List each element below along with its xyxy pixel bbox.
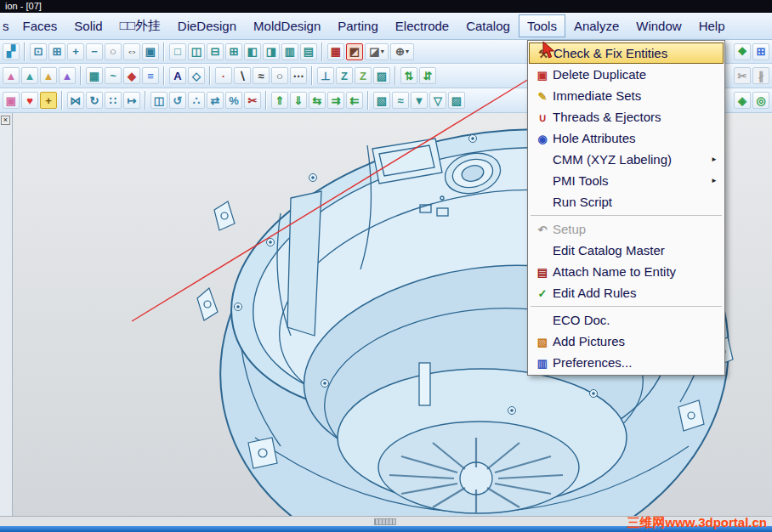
menu-item-molddesign[interactable]: MoldDesign (245, 14, 329, 37)
rotate-icon[interactable]: ↻ (86, 92, 103, 109)
pattern-icon[interactable]: ∷ (105, 92, 122, 109)
menu-edit-catalog-master[interactable]: Edit Catalog Master (529, 240, 724, 261)
icon-glyph: ◆ (128, 71, 136, 82)
array-icon[interactable]: ∴ (188, 92, 205, 109)
line-tool-icon[interactable]: ∖ (234, 67, 251, 84)
flip-down-icon[interactable]: ⇓ (290, 92, 307, 109)
uv-swap-icon[interactable]: ⇅ (400, 67, 417, 84)
menu-pmi-tools[interactable]: PMI Tools (529, 170, 724, 191)
menu-item-solid[interactable]: Solid (65, 14, 111, 37)
text-tool-icon[interactable]: A (169, 67, 186, 84)
offset-surface-icon[interactable]: ≈ (392, 92, 409, 109)
project-up-icon[interactable]: ▽ (429, 92, 446, 109)
clipboard-icon[interactable]: ▣ (3, 92, 20, 109)
project-down-icon[interactable]: ▼ (411, 92, 428, 109)
attribute-table-icon[interactable]: ⊞ (752, 43, 769, 60)
menu-item-tools[interactable]: Tools (519, 14, 565, 37)
display-list-icon[interactable]: ▦ (327, 43, 344, 60)
window-single-icon[interactable]: □ (169, 43, 186, 60)
hatch-section-icon[interactable]: ▨ (448, 92, 465, 109)
zoom-in-icon[interactable]: + (67, 43, 84, 60)
pan-icon[interactable]: ⇔ (123, 43, 140, 60)
magnifier-icon[interactable]: ○ (105, 43, 122, 60)
filter-curves-icon[interactable]: ▲ (40, 67, 57, 84)
z-up-icon[interactable]: Z (336, 67, 353, 84)
wireframe-toggle-icon[interactable]: ◩ (346, 43, 363, 60)
view-toggle-icon[interactable]: ▞ (3, 43, 20, 60)
ucs-icon[interactable]: ⊥ (317, 67, 334, 84)
menu-item-catalog[interactable]: Catalog (457, 14, 519, 37)
view-orientation-icon[interactable]: ⊕ (390, 43, 414, 60)
zoom-fit-icon[interactable]: ▣ (142, 43, 159, 60)
window-right-icon[interactable]: ◨ (263, 43, 280, 60)
mirror-copy-icon[interactable]: ◫ (150, 92, 167, 109)
section-hatch-icon[interactable]: ▨ (373, 67, 390, 84)
menu-run-script[interactable]: Run Script (529, 191, 724, 212)
swap-icon[interactable]: ⇄ (207, 92, 224, 109)
menu-item-analyze[interactable]: Analyze (565, 14, 627, 37)
mirror-icon[interactable]: ⋈ (67, 92, 84, 109)
select-window-icon[interactable]: ⊡ (30, 43, 47, 60)
filter-faces-icon[interactable]: ▲ (21, 67, 38, 84)
favorites-heart-icon[interactable]: ♥ (21, 92, 38, 109)
move-icon[interactable]: ↦ (123, 92, 140, 109)
curve-tool-icon[interactable]: ~ (105, 67, 122, 84)
menu-item-parting[interactable]: Parting (329, 14, 387, 37)
menu-immediate-sets[interactable]: ✎ Immediate Sets (529, 85, 724, 106)
shade-mode-icon[interactable]: ◪ (365, 43, 389, 60)
extend-surface-icon[interactable]: ▧ (373, 92, 390, 109)
point-tool-icon[interactable]: · (215, 67, 232, 84)
analysis-icon[interactable]: ◆ (123, 67, 140, 84)
cut-entity-icon[interactable]: ✂ (244, 92, 261, 109)
menu-attach-name-to-entity[interactable]: ▤ Attach Name to Entity (529, 261, 724, 282)
menu-threads-ejectors[interactable]: ∪ Threads & Ejectors (529, 106, 724, 127)
menu-edit-add-rules[interactable]: ✓ Edit Add Rules (529, 282, 724, 303)
icon-glyph: ⇆ (313, 95, 322, 106)
window-split-vertical-icon[interactable]: ◫ (188, 43, 205, 60)
zoom-window-icon[interactable]: ⊞ (48, 43, 65, 60)
flow-direction-icon[interactable]: ⇵ (419, 67, 436, 84)
measure-icon[interactable]: ≡ (142, 67, 159, 84)
sketch-plane-icon[interactable]: ◇ (188, 67, 205, 84)
menu-eco-doc[interactable]: ECO Doc. (529, 309, 724, 331)
material-display-icon[interactable]: ❖ (734, 43, 751, 60)
scale-icon[interactable]: % (225, 92, 242, 109)
menu-add-pictures[interactable]: ▧ Add Pictures (529, 331, 724, 352)
menu-item-window[interactable]: Window (627, 14, 690, 37)
menu-item-help[interactable]: Help (690, 14, 734, 37)
menu-item-diedesign[interactable]: DieDesign (169, 14, 245, 37)
circle-tool-icon[interactable]: ○ (271, 67, 288, 84)
scrollbar-grip[interactable] (374, 518, 396, 525)
panel-close-button[interactable]: × (1, 116, 10, 125)
window-rows-icon[interactable]: ▤ (300, 43, 317, 60)
filter-solids-icon[interactable]: ▲ (59, 67, 76, 84)
menu-cmm-xyz-labeling[interactable]: CMM (XYZ Labeling) (529, 149, 724, 170)
menu-preferences[interactable]: ▥ Preferences... (529, 352, 724, 373)
surface-mesh-icon[interactable]: ▦ (86, 67, 103, 84)
window-left-icon[interactable]: ◧ (244, 43, 261, 60)
spin-view-icon[interactable]: ◎ (752, 92, 769, 109)
window-columns-icon[interactable]: ▥ (281, 43, 298, 60)
zoom-out-icon[interactable]: − (86, 43, 103, 60)
menu-hole-attributes[interactable]: ◉ Hole Attributes (529, 127, 724, 149)
align-left-icon[interactable]: ⇇ (346, 92, 363, 109)
menu-item-faces[interactable]: Faces (14, 14, 66, 37)
add-favorite-icon[interactable]: + (40, 92, 57, 109)
menu-item-truncated[interactable]: s (1, 14, 14, 37)
spline-tool-icon[interactable]: ≈ (253, 67, 270, 84)
menu-check-fix-entities[interactable]: ⚒ Check & Fix Entities (529, 42, 724, 64)
rotate-copy-icon[interactable]: ↺ (169, 92, 186, 109)
menu-item-electrode[interactable]: Electrode (387, 14, 457, 37)
icon-glyph: ▦ (89, 71, 99, 82)
points-tool-icon[interactable]: ⋯ (290, 67, 307, 84)
flip-up-icon[interactable]: ⇑ (271, 92, 288, 109)
window-quad-icon[interactable]: ⊞ (225, 43, 242, 60)
align-right-icon[interactable]: ⇉ (327, 92, 344, 109)
swap-uv-icon[interactable]: ⇆ (309, 92, 326, 109)
menu-delete-duplicate[interactable]: ▣ Delete Duplicate (529, 64, 724, 85)
z-down-icon[interactable]: Z (355, 67, 372, 84)
window-split-horizontal-icon[interactable]: ⊟ (207, 43, 224, 60)
grab-view-icon[interactable]: ◈ (734, 92, 751, 109)
menu-item-plugin[interactable]: □□外挂 (111, 14, 169, 38)
pick-filter-icon[interactable]: ▲ (3, 67, 20, 84)
